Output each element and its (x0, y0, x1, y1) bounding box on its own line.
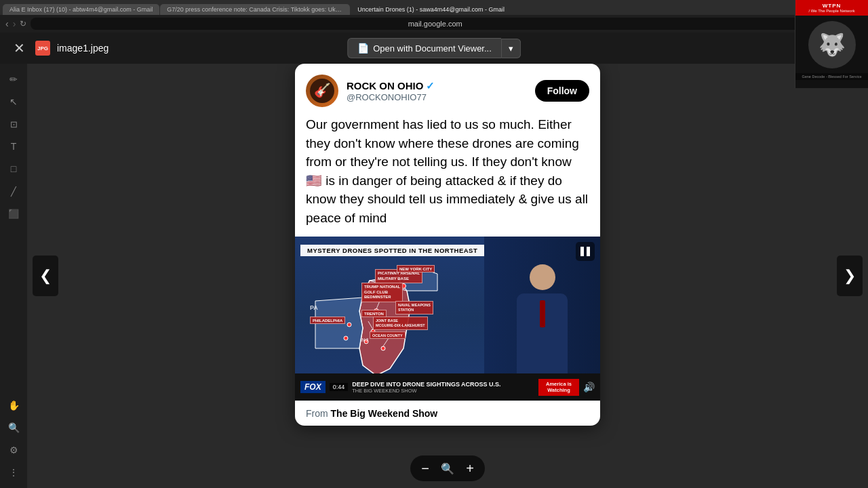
text-tool[interactable]: T (3, 136, 24, 157)
label-trump: TRUMP NATIONALGOLF CLUBBEDMINSTER (361, 283, 403, 302)
forward-btn[interactable]: › (13, 18, 16, 29)
zoom-controls: − 🔍 + (410, 455, 485, 481)
hand-tool[interactable]: ✋ (3, 395, 24, 415)
source-name: The Big Weekend Show (331, 408, 438, 419)
label-ocean: OCEAN COUNTY (370, 331, 406, 339)
shape-tool[interactable]: □ (3, 159, 24, 179)
tweet-card: 🎸 ROCK ON OHIO ✓ @ROCKONOHIO77 Follow Ou… (295, 64, 600, 426)
tweet-text: Our government has lied to us so much. E… (295, 113, 600, 237)
verified-icon: ✓ (426, 80, 435, 92)
zoom-search-icon: 🔍 (437, 458, 458, 479)
label-nj: NJ (361, 337, 368, 343)
left-tools-panel: ✏ ↖ ⊡ T □ ╱ ⬛ ✋ 🔍 ⚙ ⋮ (0, 64, 27, 488)
file-type-icon: JPG (35, 41, 50, 56)
refresh-btn[interactable]: ↻ (20, 19, 26, 28)
video-headline: DEEP DIVE INTO DRONE SIGHTINGS ACROSS U.… (352, 381, 534, 394)
browser-tab-3[interactable]: Uncertain Drones (1) - sawa4m44@gmail.co… (351, 4, 511, 15)
settings-tool[interactable]: ⚙ (3, 440, 24, 460)
anchor-person (512, 251, 573, 386)
crop-tool[interactable]: ⊡ (3, 114, 24, 134)
cursor-tool[interactable]: ↖ (3, 92, 24, 112)
more-tool[interactable]: ⋮ (3, 462, 24, 483)
svg-point-11 (347, 323, 351, 327)
video-timestamp: 0:44 (330, 383, 349, 391)
label-joint-base: JOINT BASEMCGUIRE-DIX-LAKEHURST (373, 317, 428, 329)
fox-logo: FOX (300, 381, 326, 393)
viewer-toolbar: ✕ JPG image1.jpeg 📄 Open with Document V… (0, 33, 868, 64)
prev-image-button[interactable]: ❮ (33, 256, 58, 296)
zoom-out-button[interactable]: − (414, 458, 436, 479)
open-with-button[interactable]: 📄 Open with Document Viewer... (347, 38, 501, 58)
svg-point-10 (381, 346, 385, 350)
open-with-dropdown-button[interactable]: ▾ (501, 39, 521, 58)
back-btn[interactable]: ‹ (5, 18, 9, 29)
open-with-container: 📄 Open with Document Viewer... ▾ (347, 38, 521, 58)
highlight-tool[interactable]: ⬛ (3, 203, 24, 224)
svg-rect-18 (587, 247, 590, 256)
address-bar: ‹ › ↻ mail.google.com ☆ ⚙ (0, 15, 868, 33)
svg-point-12 (344, 336, 348, 340)
show-name: THE BIG WEEKEND SHOW (352, 388, 534, 394)
avatar: 🎸 (306, 75, 338, 107)
image-viewer: ✕ JPG image1.jpeg 📄 Open with Document V… (0, 33, 868, 488)
browser-tab-2[interactable]: G7/20 press conference note: Canada Cris… (160, 4, 350, 15)
viewer-main: ✏ ↖ ⊡ T □ ╱ ⬛ ✋ 🔍 ⚙ ⋮ ❮ ❯ (0, 64, 868, 488)
account-info: ROCK ON OHIO ✓ @ROCKONOHIO77 (347, 80, 527, 102)
person-body (517, 293, 568, 382)
pencil-tool[interactable]: ✏ (3, 69, 24, 89)
next-image-button[interactable]: ❯ (837, 256, 863, 296)
video-thumbnail[interactable]: MYSTERY DRONES SPOTTED IN THE NORTHEAST (295, 237, 600, 401)
zoom-tool[interactable]: 🔍 (3, 418, 24, 438)
content-area: ❮ ❯ 🎸 (27, 64, 868, 488)
label-naval: NAVAL WEAPONSSTATION (395, 301, 433, 314)
document-icon: 📄 (357, 43, 369, 54)
video-control-icon[interactable] (576, 242, 595, 261)
zoom-in-button[interactable]: + (459, 458, 481, 479)
address-field[interactable]: mail.google.com (31, 18, 840, 30)
person-head (530, 264, 555, 290)
browser-tabs-bar: Alia E Inbox (17) (10) - abtw4m4@gmail.c… (0, 0, 868, 15)
tweet-source: From The Big Weekend Show (295, 401, 600, 426)
follow-button[interactable]: Follow (535, 80, 589, 102)
account-handle: @ROCKONOHIO77 (347, 92, 527, 102)
video-title: MYSTERY DRONES SPOTTED IN THE NORTHEAST (300, 245, 484, 256)
svg-text:🎸: 🎸 (314, 82, 331, 98)
tweet-header: 🎸 ROCK ON OHIO ✓ @ROCKONOHIO77 Follow (295, 64, 600, 113)
account-name: ROCK ON OHIO ✓ (347, 80, 527, 92)
browser-tab-1[interactable]: Alia E Inbox (17) (10) - abtw4m4@gmail.c… (3, 4, 159, 15)
line-tool[interactable]: ╱ (3, 181, 24, 201)
label-pa: PA (310, 304, 318, 311)
fox-news-bar: FOX 0:44 DEEP DIVE INTO DRONE SIGHTINGS … (295, 373, 600, 401)
file-name: image1.jpeg (57, 43, 108, 54)
label-philadelphia: PHILADELPHIA (310, 317, 345, 324)
svg-rect-17 (580, 247, 584, 256)
volume-icon[interactable]: 🔊 (583, 382, 595, 392)
label-nyc: NEW YORK CITY (397, 265, 435, 272)
corner-overlay: WTPN / We The People Network 🐺 Gene Deco… (795, 0, 868, 88)
close-button[interactable]: ✕ (9, 39, 28, 58)
side-label: America is Watching (538, 379, 579, 396)
